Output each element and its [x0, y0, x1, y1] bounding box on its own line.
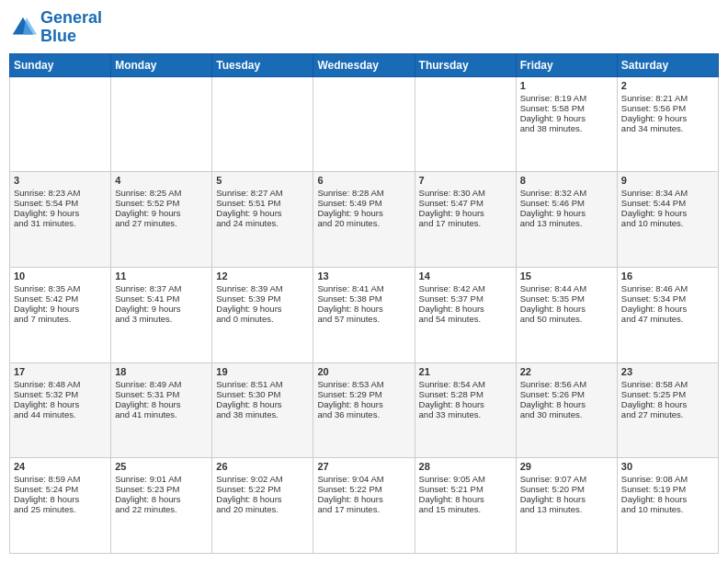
day-info: and 17 minutes. [317, 504, 410, 514]
calendar-cell: 14Sunrise: 8:42 AMSunset: 5:37 PMDayligh… [415, 267, 516, 362]
day-info: Sunrise: 8:51 AM [216, 379, 309, 389]
day-info: and 15 minutes. [419, 504, 512, 514]
day-info: and 13 minutes. [520, 218, 613, 228]
day-info: Sunset: 5:39 PM [216, 293, 309, 304]
day-info: Sunset: 5:46 PM [520, 198, 613, 208]
day-info: and 27 minutes. [115, 218, 208, 228]
day-info: Daylight: 8 hours [317, 399, 410, 409]
day-info: Sunrise: 9:05 AM [419, 474, 512, 484]
day-info: Sunrise: 8:59 AM [14, 474, 107, 484]
day-info: Sunrise: 8:49 AM [115, 379, 208, 389]
day-info: Sunrise: 8:39 AM [216, 283, 309, 293]
day-number: 20 [317, 366, 410, 377]
day-info: Sunrise: 8:23 AM [14, 188, 107, 198]
calendar-cell: 1Sunrise: 8:19 AMSunset: 5:58 PMDaylight… [516, 76, 617, 172]
calendar-cell: 28Sunrise: 9:05 AMSunset: 5:21 PMDayligh… [415, 458, 516, 554]
day-info: Sunset: 5:34 PM [621, 293, 714, 304]
calendar-cell: 12Sunrise: 8:39 AMSunset: 5:39 PMDayligh… [212, 267, 313, 362]
calendar-header-row: SundayMondayTuesdayWednesdayThursdayFrid… [10, 53, 719, 76]
day-info: and 47 minutes. [621, 314, 714, 324]
day-info: Daylight: 9 hours [621, 208, 714, 218]
day-info: Sunrise: 8:56 AM [520, 379, 613, 389]
calendar-cell: 26Sunrise: 9:02 AMSunset: 5:22 PMDayligh… [212, 458, 313, 554]
day-number: 23 [621, 366, 714, 377]
calendar-cell: 4Sunrise: 8:25 AMSunset: 5:52 PMDaylight… [111, 172, 212, 268]
day-info: Daylight: 8 hours [216, 399, 309, 409]
calendar-header-tuesday: Tuesday [212, 53, 313, 76]
day-info: and 27 minutes. [621, 409, 714, 419]
day-info: Daylight: 8 hours [520, 399, 613, 409]
calendar-week-row: 10Sunrise: 8:35 AMSunset: 5:42 PMDayligh… [10, 267, 719, 362]
calendar-header-monday: Monday [111, 53, 212, 76]
day-info: Daylight: 8 hours [419, 494, 512, 504]
day-info: Sunset: 5:47 PM [419, 198, 512, 208]
day-info: Sunset: 5:22 PM [317, 484, 410, 494]
day-info: and 20 minutes. [216, 504, 309, 514]
calendar-cell [415, 76, 516, 172]
day-info: Daylight: 9 hours [317, 208, 410, 218]
day-info: Daylight: 8 hours [419, 304, 512, 314]
day-info: and 20 minutes. [317, 218, 410, 228]
day-info: Daylight: 9 hours [520, 208, 613, 218]
day-info: and 38 minutes. [520, 123, 613, 133]
day-info: Sunset: 5:23 PM [115, 484, 208, 494]
calendar-cell: 8Sunrise: 8:32 AMSunset: 5:46 PMDaylight… [516, 172, 617, 268]
day-info: Sunrise: 8:32 AM [520, 188, 613, 198]
day-number: 26 [216, 461, 309, 472]
day-info: Sunset: 5:52 PM [115, 198, 208, 208]
day-info: Sunset: 5:28 PM [419, 389, 512, 399]
day-info: Daylight: 9 hours [621, 113, 714, 123]
day-info: and 30 minutes. [520, 409, 613, 419]
calendar-cell: 9Sunrise: 8:34 AMSunset: 5:44 PMDaylight… [617, 172, 718, 268]
day-info: Daylight: 8 hours [621, 494, 714, 504]
day-info: Sunrise: 8:27 AM [216, 188, 309, 198]
calendar-header-friday: Friday [516, 53, 617, 76]
calendar-cell: 20Sunrise: 8:53 AMSunset: 5:29 PMDayligh… [313, 362, 415, 458]
day-number: 8 [520, 175, 613, 186]
day-info: Sunset: 5:35 PM [520, 293, 613, 304]
day-info: Daylight: 9 hours [419, 208, 512, 218]
day-info: and 50 minutes. [520, 314, 613, 324]
calendar-cell: 3Sunrise: 8:23 AMSunset: 5:54 PMDaylight… [10, 172, 111, 268]
day-info: Sunset: 5:25 PM [621, 389, 714, 399]
day-info: Sunrise: 8:44 AM [520, 283, 613, 293]
day-info: Sunset: 5:58 PM [520, 103, 613, 113]
calendar-cell: 23Sunrise: 8:58 AMSunset: 5:25 PMDayligh… [617, 362, 718, 458]
day-info: Daylight: 8 hours [419, 399, 512, 409]
calendar-cell: 30Sunrise: 9:08 AMSunset: 5:19 PMDayligh… [617, 458, 718, 554]
day-info: and 22 minutes. [115, 504, 208, 514]
day-info: Sunset: 5:37 PM [419, 293, 512, 304]
day-info: and 31 minutes. [14, 218, 107, 228]
day-info: Sunset: 5:20 PM [520, 484, 613, 494]
day-number: 12 [216, 270, 309, 282]
day-number: 11 [115, 270, 208, 282]
calendar-cell: 7Sunrise: 8:30 AMSunset: 5:47 PMDaylight… [415, 172, 516, 268]
day-info: and 38 minutes. [216, 409, 309, 419]
day-info: Daylight: 8 hours [520, 494, 613, 504]
day-info: Sunset: 5:24 PM [14, 484, 107, 494]
calendar-cell: 6Sunrise: 8:28 AMSunset: 5:49 PMDaylight… [313, 172, 415, 268]
day-number: 9 [621, 175, 714, 186]
day-number: 27 [317, 461, 410, 472]
day-number: 25 [115, 461, 208, 472]
calendar-header-wednesday: Wednesday [313, 53, 415, 76]
day-info: and 44 minutes. [14, 409, 107, 419]
day-number: 5 [216, 175, 309, 186]
logo-text: General Blue [40, 9, 102, 46]
day-info: Sunset: 5:31 PM [115, 389, 208, 399]
calendar-cell: 11Sunrise: 8:37 AMSunset: 5:41 PMDayligh… [111, 267, 212, 362]
header: General Blue [9, 9, 719, 46]
calendar-cell: 22Sunrise: 8:56 AMSunset: 5:26 PMDayligh… [516, 362, 617, 458]
day-info: Daylight: 9 hours [520, 113, 613, 123]
day-info: Sunrise: 8:48 AM [14, 379, 107, 389]
day-info: Sunrise: 8:58 AM [621, 379, 714, 389]
calendar-cell: 13Sunrise: 8:41 AMSunset: 5:38 PMDayligh… [313, 267, 415, 362]
calendar-week-row: 1Sunrise: 8:19 AMSunset: 5:58 PMDaylight… [10, 76, 719, 172]
day-info: Sunset: 5:32 PM [14, 389, 107, 399]
day-info: Daylight: 8 hours [115, 399, 208, 409]
calendar-cell: 24Sunrise: 8:59 AMSunset: 5:24 PMDayligh… [10, 458, 111, 554]
day-info: Daylight: 8 hours [317, 304, 410, 314]
day-info: Sunset: 5:29 PM [317, 389, 410, 399]
day-info: Sunset: 5:26 PM [520, 389, 613, 399]
day-info: Sunset: 5:38 PM [317, 293, 410, 304]
